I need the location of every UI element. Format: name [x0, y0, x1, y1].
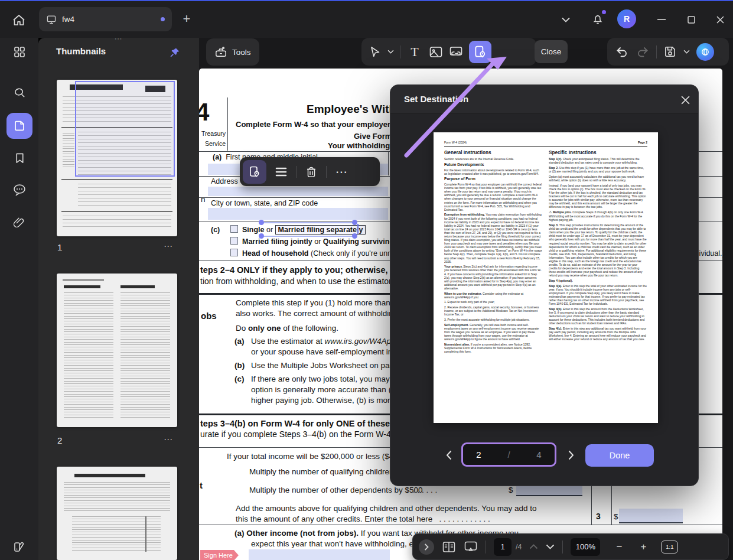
actual-size-button[interactable]: 1:1 [661, 541, 678, 554]
destination-pin-icon[interactable] [243, 160, 266, 184]
page-layout-button[interactable] [442, 541, 456, 553]
done-button[interactable]: Done [585, 444, 654, 467]
attachments-button[interactable] [6, 210, 32, 236]
cursor-icon [369, 45, 382, 58]
zoom-level-input[interactable]: 100% [571, 538, 600, 556]
presentation-icon [464, 541, 478, 553]
line-3-amount-input[interactable] [619, 509, 683, 523]
list-icon[interactable] [271, 162, 291, 182]
selection-handle-bl[interactable] [259, 233, 264, 239]
select-tool[interactable] [369, 45, 382, 58]
modal-title: Set Destination [404, 94, 468, 104]
redo-button[interactable] [636, 45, 650, 58]
current-page-input[interactable]: 1 [494, 538, 512, 556]
destination-page-input[interactable]: 2 / 4 [461, 442, 556, 467]
chevron-down-icon [546, 544, 555, 549]
avatar[interactable]: R [617, 9, 636, 28]
selected-destination-text[interactable]: Married filing separately [275, 225, 366, 235]
apps-grid-button[interactable] [6, 39, 32, 65]
step-label-fragment-n: n [201, 195, 206, 204]
jobs-label-fragment: obs [201, 311, 217, 321]
ai-assistant-button[interactable] [696, 43, 714, 61]
page-2-menu[interactable]: ⋯ [164, 434, 173, 445]
thumbnail-page-2[interactable] [57, 274, 177, 427]
close-tool-button[interactable]: Close [535, 40, 568, 63]
document-tab[interactable]: fw4 [39, 7, 172, 31]
link-tool[interactable] [449, 45, 463, 58]
more-options-icon[interactable]: ⋯ [331, 162, 351, 182]
address-input[interactable] [208, 187, 388, 196]
select-tool-dropdown[interactable] [387, 50, 394, 54]
thumbnails-button[interactable] [6, 113, 32, 139]
selection-handle-br[interactable] [352, 233, 357, 239]
image-tool[interactable] [429, 45, 443, 58]
reader-themes-button[interactable] [6, 534, 32, 560]
panel-drag-handle[interactable]: ⋯ [111, 34, 126, 43]
maximize-button[interactable] [682, 11, 700, 28]
signature-input[interactable] [249, 549, 390, 560]
next-page-button-bottom[interactable] [546, 544, 555, 549]
bookmarks-button[interactable] [6, 145, 32, 171]
ai-sparkle-icon [701, 47, 710, 57]
undo-button[interactable] [615, 45, 629, 58]
multiply-dependents-line: Multiply the number of other dependents … [249, 486, 422, 494]
home-button[interactable] [8, 9, 30, 31]
tabs-dropdown-button[interactable] [558, 12, 574, 27]
sign-here-tag[interactable]: Sign Here [200, 550, 239, 560]
image-icon [429, 45, 443, 58]
comment-icon [12, 183, 27, 196]
option-b-label: (b) [234, 361, 245, 370]
c-label: (c) [211, 226, 220, 234]
preview-page-number: Page 2 [638, 141, 647, 144]
thumbnail-viewport-rect[interactable] [75, 81, 175, 177]
line-3-number: 3 [596, 512, 601, 521]
page-1-label: 1 [57, 242, 62, 252]
search-button[interactable] [6, 80, 32, 106]
next-page-button[interactable] [565, 447, 578, 463]
window-close-button[interactable] [711, 11, 729, 28]
page-2-label: 2 [57, 435, 62, 445]
page-count-label: /4 [516, 543, 522, 551]
option-a-label: (a) [234, 337, 245, 346]
destination-tool[interactable] [469, 41, 491, 63]
save-button[interactable] [663, 45, 677, 58]
text-tool[interactable]: T [406, 44, 423, 60]
previous-page-button-bottom[interactable] [529, 544, 538, 549]
zoom-in-button[interactable]: + [640, 541, 646, 553]
comments-button[interactable] [6, 177, 32, 203]
trash-icon[interactable] [301, 162, 321, 182]
swatches-icon [12, 541, 27, 554]
page-1-menu[interactable]: ⋯ [164, 241, 173, 252]
destination-page-preview[interactable]: Form W-4 (2024) Page 2 General Instructi… [434, 132, 658, 423]
undo-icon [615, 45, 629, 58]
checkbox-married-jointly[interactable] [230, 237, 238, 245]
window-accent-line [0, 0, 733, 1]
filing-status-row-1: Single or Married filing separately [242, 226, 366, 234]
save-dropdown[interactable] [683, 50, 690, 54]
zoom-out-button[interactable]: − [616, 541, 622, 553]
minimize-button[interactable] [653, 11, 670, 28]
selection-handle-tr[interactable] [352, 220, 357, 225]
tools-button[interactable]: Tools [206, 38, 259, 66]
left-rail [0, 38, 38, 560]
previous-page-button[interactable] [442, 447, 455, 463]
pin-panel-button[interactable] [167, 45, 183, 60]
new-tab-button[interactable]: + [177, 9, 196, 28]
checkbox-single[interactable] [230, 225, 238, 233]
thumbnail-page-3[interactable] [57, 467, 177, 560]
edit-toolbar: T [361, 38, 536, 66]
checkbox-head-household[interactable] [230, 249, 238, 256]
thumbnails-panel: ⋯ Thumbnails 1 ⋯ 2 ⋯ [38, 38, 199, 560]
book-view-icon [442, 541, 456, 553]
current-page-value[interactable]: 2 [476, 450, 481, 460]
set-destination-modal: Set Destination Form W-4 (2024) Page 2 G… [390, 84, 699, 486]
thumbnail-page-1[interactable] [57, 80, 177, 236]
expand-toolbar-button[interactable] [419, 539, 434, 555]
text-caret [357, 224, 359, 234]
modal-close-icon[interactable] [677, 92, 693, 108]
presentation-button[interactable] [464, 541, 478, 553]
selection-handle-tl[interactable] [259, 220, 264, 225]
notifications-button[interactable] [589, 10, 607, 28]
city-input[interactable] [208, 208, 388, 220]
address-label: Address [211, 177, 238, 185]
